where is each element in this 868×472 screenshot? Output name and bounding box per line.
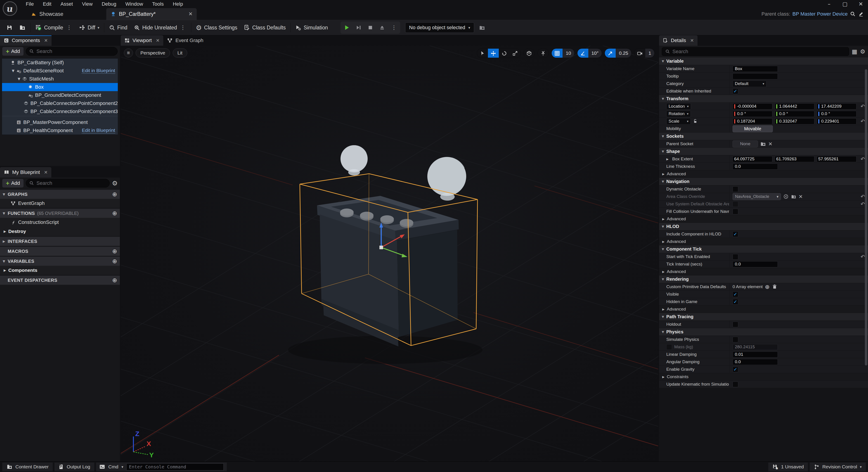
tree-item-bp-grounddetectcomponent[interactable]: CBP_GroundDetectComponent	[2, 91, 118, 99]
details-close-icon[interactable]: ✕	[690, 38, 694, 43]
expander-advanced[interactable]: ▶Advanced	[659, 170, 868, 178]
camera-speed-icon[interactable]	[634, 49, 645, 58]
browse-to-asset-button[interactable]	[16, 22, 29, 33]
scale-snap-value[interactable]: 0.25	[616, 49, 631, 58]
tree-item-defaultsceneroot[interactable]: ▼CDefaultSceneRootEdit in Blueprint	[2, 67, 118, 75]
tab-showcase[interactable]: Showcase	[27, 8, 67, 20]
section-variables[interactable]: ▼VARIABLES⊕	[0, 257, 120, 266]
update-kinematic-from-simulation-checkbox[interactable]	[733, 382, 738, 387]
cmd-caret-icon[interactable]: ▾	[121, 465, 123, 469]
category-navigation[interactable]: ▼Navigation	[659, 178, 868, 185]
grid-snap-icon[interactable]	[552, 49, 562, 58]
section-macros[interactable]: MACROS⊕	[0, 247, 120, 256]
edit-parent-icon[interactable]	[858, 11, 864, 17]
rotation-snap-value[interactable]: 10°	[588, 49, 602, 58]
chevron-down-icon[interactable]: ▼	[16, 77, 22, 81]
tree-item-bp-healthcomponent[interactable]: CBP_HealthComponentEdit in Blueprint	[2, 126, 118, 135]
scale-snap-icon[interactable]	[605, 49, 616, 58]
tick-interval-secs--input[interactable]: 0.0	[733, 261, 778, 267]
scale-y-input[interactable]: 0.332047	[775, 118, 814, 124]
close-button[interactable]: ✕	[856, 0, 866, 8]
viewport-close-icon[interactable]: ✕	[156, 38, 160, 43]
my-blueprint-search[interactable]	[26, 179, 110, 187]
chevron-down-icon[interactable]: ▼	[10, 69, 16, 73]
menu-help[interactable]: Help	[169, 0, 187, 8]
area-class-dropdown[interactable]: NavArea_Obstacle▾	[733, 193, 781, 200]
add-blueprint-item-button[interactable]: + Add	[2, 179, 24, 187]
add-section-item-icon[interactable]: ⊕	[112, 191, 117, 198]
search-parent-icon[interactable]	[850, 11, 856, 17]
rotation-y-input[interactable]: 0.0 °	[775, 111, 814, 117]
clear-icon[interactable]: ✕	[799, 194, 803, 200]
lock-open-icon[interactable]	[693, 119, 698, 124]
class-settings-button[interactable]: ⚙ Class Settings	[193, 22, 241, 33]
add-section-item-icon[interactable]: ⊕	[112, 277, 117, 284]
simulation-button[interactable]: Simulation	[292, 22, 331, 33]
move-tool-icon[interactable]	[488, 49, 499, 58]
select-tool-icon[interactable]	[477, 49, 488, 58]
tab-close-icon[interactable]: ✕	[189, 11, 193, 17]
find-button[interactable]: Find	[105, 22, 131, 33]
holdout-checkbox[interactable]	[733, 322, 738, 327]
minimize-button[interactable]: –	[824, 0, 834, 8]
category-physics[interactable]: ▼Physics	[659, 328, 868, 336]
section-event-dispatchers[interactable]: EVENT DISPATCHERS⊕	[0, 276, 120, 285]
add-component-button[interactable]: + Add	[2, 47, 24, 56]
debug-object-dropdown[interactable]: No debug object selected ▾	[405, 22, 474, 33]
display-filter-icon[interactable]: ▦	[852, 48, 857, 55]
components-search[interactable]	[26, 47, 118, 56]
tree-item-bp-carbattery-self-[interactable]: BP_CarBattery (Self)	[2, 59, 118, 67]
expander-advanced[interactable]: ▶Advanced	[659, 215, 868, 223]
grid-snap-value[interactable]: 10	[562, 49, 574, 58]
location-z-input[interactable]: 17.442209	[817, 104, 857, 110]
list-item-destroy[interactable]: ▶Destroy	[0, 227, 120, 236]
list-item-components[interactable]: ▶Components	[0, 266, 120, 275]
angular-damping-input[interactable]: 0.0	[733, 359, 778, 365]
tree-item-bp-cableconnectionpointcomponent3[interactable]: BP_CableConnectionPointComponent3	[2, 108, 118, 116]
movable-button[interactable]: Movable	[733, 125, 773, 132]
tab-event-graph[interactable]: Event Graph	[163, 35, 207, 46]
list-item-constructionscript[interactable]: ConstructionScript	[0, 218, 120, 227]
eject-button[interactable]	[376, 22, 388, 33]
my-blueprint-search-input[interactable]	[36, 180, 106, 186]
linear-damping-input[interactable]: 0.01	[733, 351, 778, 358]
menu-tools[interactable]: Tools	[148, 0, 168, 8]
tab-bp-carbattery[interactable]: BP_CarBattery* ✕	[106, 8, 197, 20]
rotation-snap-icon[interactable]	[578, 49, 588, 58]
category-dropdown[interactable]: Default▾	[733, 81, 767, 87]
my-blueprint-settings-icon[interactable]: ⚙	[112, 180, 118, 187]
section-interfaces[interactable]: ▶INTERFACES	[0, 237, 120, 246]
compile-options-icon[interactable]: ⋮	[65, 24, 72, 31]
scale-tool-icon[interactable]	[509, 49, 521, 58]
revision-control-button[interactable]: Revision Control ▾	[810, 463, 866, 471]
compile-button[interactable]: Compile ⋮	[32, 22, 76, 33]
visible-checkbox[interactable]: ✓	[733, 292, 738, 297]
chevron-right-icon[interactable]: ▶	[4, 230, 6, 233]
reset-to-default-icon[interactable]: ↶	[861, 118, 865, 124]
menu-edit[interactable]: Edit	[39, 0, 55, 8]
diff-button[interactable]: Diff ▾	[76, 22, 102, 33]
menu-asset[interactable]: Asset	[56, 0, 77, 8]
location-x-input[interactable]: -0.000004	[733, 104, 772, 110]
class-defaults-button[interactable]: Class Defaults	[241, 22, 289, 33]
chevron-right-icon[interactable]: ▶	[4, 268, 6, 272]
include-component-in-hlod-checkbox[interactable]: ✓	[733, 231, 738, 237]
start-with-tick-enabled-checkbox[interactable]	[733, 254, 738, 260]
unsaved-button[interactable]: ✱ 1 Unsaved	[768, 463, 808, 471]
section-functions[interactable]: ▼FUNCTIONS(65 OVERRIDABLE)⊕	[0, 209, 120, 218]
tree-item-bp-cableconnectionpointcomponent2[interactable]: BP_CableConnectionPointComponent2	[2, 99, 118, 108]
tooltip-input[interactable]	[733, 73, 778, 79]
details-search-input[interactable]	[673, 49, 846, 55]
details-search[interactable]	[662, 47, 849, 56]
details-scrollbar[interactable]	[865, 69, 867, 365]
save-button[interactable]	[3, 22, 16, 33]
debug-browse-icon[interactable]	[475, 22, 489, 33]
menu-file[interactable]: File	[22, 0, 38, 8]
axis-dropdown-scale[interactable]: Scale▾	[666, 118, 691, 125]
tab-my-blueprint[interactable]: My Blueprint ✕	[0, 167, 51, 178]
edit-in-blueprint-link[interactable]: Edit in Blueprint	[82, 68, 115, 74]
rotation-z-input[interactable]: 0.0 °	[817, 111, 857, 117]
dynamic-obstacle-checkbox[interactable]	[733, 186, 738, 192]
box-extent-x-input[interactable]: 64.097725	[733, 156, 772, 162]
output-log-button[interactable]: Output Log	[55, 463, 94, 471]
